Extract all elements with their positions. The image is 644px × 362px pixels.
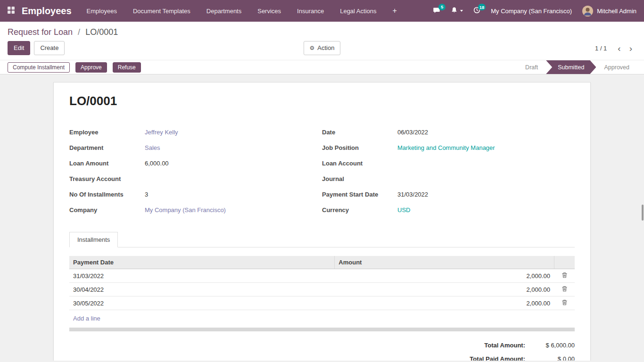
- activities-badge: 18: [478, 4, 486, 10]
- field-value-job-position[interactable]: Marketing and Community Manager: [397, 144, 495, 153]
- field-value-currency[interactable]: USD: [397, 206, 410, 215]
- top-navbar: Employees Employees Document Templates D…: [0, 0, 644, 22]
- field-value-department[interactable]: Sales: [145, 144, 160, 153]
- messages-button[interactable]: 5: [433, 7, 440, 16]
- field-label: Loan Amount: [69, 160, 145, 169]
- field-loan-amount: Loan Amount 6,000.00: [69, 156, 322, 172]
- user-name: Mitchell Admin: [597, 8, 636, 15]
- app-name[interactable]: Employees: [22, 6, 72, 16]
- messages-badge: 5: [438, 4, 446, 10]
- field-value-date: 06/03/2022: [397, 129, 428, 138]
- vertical-scrollbar-thumb[interactable]: [642, 205, 644, 221]
- column-header-amount[interactable]: Amount: [335, 256, 554, 269]
- field-label: Treasury Account: [69, 175, 145, 184]
- field-treasury-account: Treasury Account: [69, 172, 322, 188]
- field-label: No Of Installments: [69, 191, 145, 200]
- cell-amount: 2,000.00: [335, 283, 554, 296]
- field-payment-start-date: Payment Start Date 31/03/2022: [322, 188, 575, 203]
- breadcrumb-parent[interactable]: Request for Loan: [8, 27, 73, 37]
- cell-amount: 2,000.00: [335, 269, 554, 283]
- pager-count: 1 / 1: [595, 45, 607, 52]
- approve-button[interactable]: Approve: [75, 62, 107, 73]
- tab-installments[interactable]: Installments: [69, 232, 118, 247]
- breadcrumb: Request for Loan / LO/0001: [0, 22, 644, 38]
- action-button[interactable]: ⚙ Action: [304, 41, 341, 55]
- field-group: Employee Jeffrey Kelly Department Sales …: [69, 125, 575, 219]
- field-value-no-of-installments: 3: [145, 191, 148, 200]
- company-switcher[interactable]: My Company (San Francisco): [491, 8, 572, 15]
- nav-item-insurance[interactable]: Insurance: [297, 8, 324, 15]
- trash-icon[interactable]: [561, 286, 568, 293]
- refuse-button[interactable]: Refuse: [113, 62, 141, 73]
- total-paid-amount-row: Total Paid Amount: $ 0.00: [470, 355, 575, 361]
- caret-down-icon: [460, 10, 463, 12]
- field-department: Department Sales: [69, 141, 322, 156]
- nav-item-departments[interactable]: Departments: [206, 8, 241, 15]
- user-menu[interactable]: Mitchell Admin: [582, 6, 636, 16]
- field-label: Employee: [69, 129, 145, 138]
- field-label: Currency: [322, 206, 397, 215]
- horizontal-scrollbar[interactable]: [69, 328, 575, 331]
- state-draft[interactable]: Draft: [517, 60, 546, 74]
- state-submitted[interactable]: Submitted: [546, 60, 596, 74]
- column-header-actions: [554, 256, 575, 269]
- chevron-left-icon[interactable]: ‹: [613, 44, 625, 53]
- cell-payment-date: 31/03/2022: [69, 269, 335, 283]
- column-header-payment-date[interactable]: Payment Date: [69, 256, 335, 269]
- field-label: Date: [322, 129, 397, 138]
- activities-button[interactable]: 18: [473, 7, 480, 15]
- compute-installment-button[interactable]: Compute Installment: [8, 62, 70, 73]
- installments-table: Payment Date Amount 31/03/2022 2,000.00: [69, 256, 575, 310]
- field-company: Company My Company (San Francisco): [69, 203, 322, 219]
- total-amount-label: Total Amount:: [484, 342, 525, 349]
- gear-icon: ⚙: [310, 45, 315, 51]
- nav-item-employees[interactable]: Employees: [87, 8, 117, 15]
- main-menu: Employees Document Templates Departments…: [87, 7, 397, 15]
- nav-item-legal-actions[interactable]: Legal Actions: [340, 8, 376, 15]
- form-view: LO/0001 Employee Jeffrey Kelly Departmen…: [0, 74, 644, 361]
- field-value-employee[interactable]: Jeffrey Kelly: [145, 129, 178, 138]
- field-label: Company: [69, 206, 145, 215]
- field-value-payment-start-date: 31/03/2022: [397, 191, 428, 200]
- field-job-position: Job Position Marketing and Community Man…: [322, 141, 575, 156]
- total-paid-amount-label: Total Paid Amount:: [470, 355, 525, 361]
- total-amount-row: Total Amount: $ 6,000.00: [484, 342, 575, 349]
- state-approved[interactable]: Approved: [596, 60, 637, 74]
- field-employee: Employee Jeffrey Kelly: [69, 125, 322, 141]
- nav-add-icon[interactable]: +: [393, 7, 397, 15]
- cell-payment-date: 30/04/2022: [69, 283, 335, 296]
- add-a-line-link[interactable]: Add a line: [69, 311, 104, 326]
- statusbar: Compute Installment Approve Refuse Draft…: [0, 60, 644, 74]
- create-button[interactable]: Create: [34, 41, 65, 55]
- cell-payment-date: 30/05/2022: [69, 296, 335, 310]
- control-panel: Edit Create ⚙ Action 1 / 1 ‹ ›: [0, 38, 644, 60]
- field-value-company[interactable]: My Company (San Francisco): [145, 206, 226, 215]
- field-value-loan-amount: 6,000.00: [145, 160, 169, 169]
- field-loan-account: Loan Account: [322, 156, 575, 172]
- apps-grid-icon: [7, 6, 15, 16]
- action-button-label: Action: [317, 44, 334, 52]
- apps-menu-button[interactable]: [0, 0, 22, 22]
- total-paid-amount-value: $ 0.00: [525, 355, 575, 361]
- chevron-right-icon[interactable]: ›: [625, 44, 636, 53]
- trash-icon[interactable]: [561, 272, 568, 279]
- trash-icon[interactable]: [561, 299, 568, 306]
- field-label: Job Position: [322, 144, 397, 153]
- field-currency: Currency USD: [322, 203, 575, 219]
- user-avatar: [582, 6, 593, 16]
- form-sheet: LO/0001 Employee Jeffrey Kelly Departmen…: [53, 82, 591, 361]
- table-row[interactable]: 31/03/2022 2,000.00: [69, 269, 575, 283]
- nav-item-services[interactable]: Services: [257, 8, 281, 15]
- notifications-button[interactable]: [451, 7, 463, 15]
- field-journal: Journal: [322, 172, 575, 188]
- nav-item-document-templates[interactable]: Document Templates: [133, 8, 190, 15]
- edit-button[interactable]: Edit: [8, 41, 30, 55]
- bell-icon: [451, 7, 458, 15]
- breadcrumb-separator: /: [78, 27, 80, 37]
- status-pipeline: Draft Submitted Approved: [517, 60, 637, 74]
- total-amount-value: $ 6,000.00: [525, 342, 575, 349]
- field-no-of-installments: No Of Installments 3: [69, 188, 322, 203]
- table-row[interactable]: 30/05/2022 2,000.00: [69, 296, 575, 310]
- field-label: Loan Account: [322, 160, 397, 169]
- table-row[interactable]: 30/04/2022 2,000.00: [69, 283, 575, 296]
